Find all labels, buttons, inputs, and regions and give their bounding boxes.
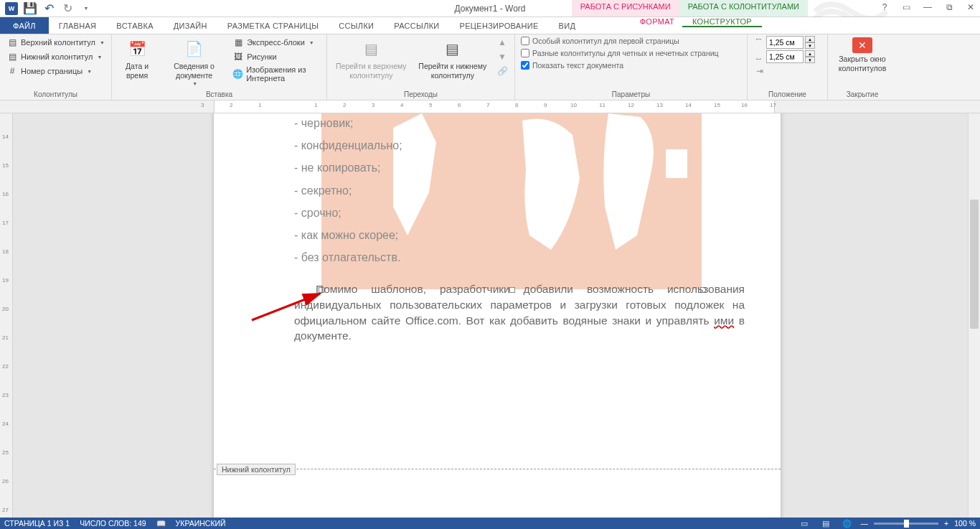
- tab-mailings[interactable]: РАССЫЛКИ: [384, 17, 449, 34]
- group-label-position: Положение: [748, 90, 827, 98]
- goto-footer-icon: ▤: [441, 37, 464, 60]
- status-bar: СТРАНИЦА 1 ИЗ 1 ЧИСЛО СЛОВ: 149 📖 УКРАИН…: [0, 518, 980, 529]
- footer-from-bottom-spinner[interactable]: ⎵ ▲▼: [752, 50, 815, 63]
- footer-label: Нижний колонтитул: [217, 464, 296, 475]
- group-label-parameters: Параметры: [515, 90, 747, 98]
- pagenum-icon: #: [6, 65, 18, 77]
- header-from-top-spinner[interactable]: ⎴ ▲▼: [752, 36, 815, 49]
- footer-position-icon: ⎵: [752, 51, 765, 62]
- link-previous-button: 🔗: [494, 65, 510, 78]
- group-label-headerfooter: Колонтитулы: [0, 90, 111, 98]
- ribbon-group-close: ✕ Закрыть окно колонтитулов Закрытие: [828, 34, 897, 100]
- datetime-button[interactable]: 📅Дата и время: [116, 36, 158, 81]
- word-icon: W: [3, 1, 20, 16]
- tab-design[interactable]: ДИЗАЙН: [164, 17, 217, 34]
- ribbon-group-navigation: ▤Перейти к верхнему колонтитулу ▤Перейти…: [327, 34, 515, 100]
- pictures-button[interactable]: 🖼Рисунки: [230, 50, 322, 63]
- spinner-down-button[interactable]: ▼: [805, 57, 815, 63]
- page-number-button[interactable]: #Номер страницы▼: [4, 65, 107, 78]
- vertical-scrollbar[interactable]: [968, 113, 980, 518]
- document-text: - черновик; - конфиденциально; - не копи…: [294, 113, 745, 344]
- spinner-up-button[interactable]: ▲: [805, 36, 815, 42]
- zoom-slider[interactable]: [874, 523, 938, 525]
- footer-from-bottom-input[interactable]: [766, 50, 804, 63]
- zoom-out-button[interactable]: —: [861, 519, 869, 528]
- pictures-icon: 🖼: [232, 51, 244, 62]
- page[interactable]: - черновик; - конфиденциально; - не копи…: [214, 113, 781, 518]
- tab-format[interactable]: ФОРМАТ: [630, 17, 684, 26]
- horizontal-ruler[interactable]: 3 2 1 1 2 3 4 5 6 7 8 9 10 11 12 13 14 1…: [0, 100, 980, 113]
- close-icon: ✕: [852, 37, 872, 53]
- view-print-button[interactable]: ▤: [818, 518, 834, 528]
- title-bar: W 💾 ↶ ↻ ▾ Документ1 - Word РАБОТА С РИСУ…: [0, 0, 980, 17]
- docinfo-icon: 📄: [183, 37, 206, 60]
- footer-divider: [214, 469, 781, 469]
- tab-view[interactable]: ВИД: [549, 17, 586, 34]
- align-tab-button[interactable]: ⇥: [752, 65, 815, 78]
- odd-even-checkbox[interactable]: Разные колонтитулы для четных и нечетных…: [519, 48, 720, 58]
- document-title: Документ1 - Word: [454, 4, 525, 14]
- footer-button[interactable]: ▤Нижний колонтитул▼: [4, 50, 107, 63]
- group-label-close: Закрытие: [828, 90, 897, 98]
- maximize-button[interactable]: ⧉: [943, 1, 956, 13]
- prev-section-button: ▲: [494, 36, 510, 49]
- header-button[interactable]: ▤Верхний колонтитул▼: [4, 36, 107, 49]
- ribbon-tabs: ФАЙЛ ГЛАВНАЯ ВСТАВКА ДИЗАЙН РАЗМЕТКА СТР…: [0, 17, 980, 34]
- tab-file[interactable]: ФАЙЛ: [0, 17, 49, 34]
- quick-access-toolbar: W 💾 ↶ ↻ ▾: [0, 1, 95, 16]
- quickparts-icon: ▦: [232, 37, 244, 48]
- onlinepics-icon: 🌐: [232, 68, 243, 80]
- zoom-level[interactable]: 100 %: [954, 519, 976, 528]
- minimize-button[interactable]: —: [921, 1, 934, 13]
- status-page[interactable]: СТРАНИЦА 1 ИЗ 1: [4, 519, 70, 528]
- context-tab-headerfooter: РАБОТА С КОЛОНТИТУЛАМИ: [679, 0, 808, 17]
- redo-button[interactable]: ↻: [59, 1, 76, 16]
- tab-layout[interactable]: РАЗМЕТКА СТРАНИЦЫ: [217, 17, 329, 34]
- tab-insert[interactable]: ВСТАВКА: [106, 17, 163, 34]
- ribbon-group-insert: 📅Дата и время 📄Сведения о документе▼ ▦Эк…: [112, 34, 327, 100]
- goto-header-button: ▤Перейти к верхнему колонтитулу: [331, 36, 411, 81]
- view-read-button[interactable]: ▭: [796, 518, 812, 528]
- ribbon-group-position: ⎴ ▲▼ ⎵ ▲▼ ⇥ Положение: [748, 34, 828, 100]
- tab-home[interactable]: ГЛАВНАЯ: [49, 17, 107, 34]
- close-button[interactable]: ✕: [964, 1, 977, 13]
- align-icon: ⇥: [754, 65, 765, 77]
- undo-button[interactable]: ↶: [40, 1, 57, 16]
- tab-references[interactable]: ССЫЛКИ: [329, 17, 384, 34]
- view-web-button[interactable]: 🌐: [839, 518, 855, 528]
- close-header-footer-button[interactable]: ✕ Закрыть окно колонтитулов: [832, 36, 892, 74]
- context-tabs: РАБОТА С РИСУНКАМИ РАБОТА С КОЛОНТИТУЛАМ…: [572, 0, 808, 17]
- quick-parts-button[interactable]: ▦Экспресс-блоки▼: [230, 36, 322, 49]
- ribbon-display-button[interactable]: ▭: [900, 1, 913, 13]
- save-button[interactable]: 💾: [22, 1, 39, 16]
- header-icon: ▤: [6, 37, 18, 48]
- qat-customize-button[interactable]: ▾: [77, 1, 95, 16]
- online-pictures-button[interactable]: 🌐Изображения из Интернета: [230, 65, 322, 83]
- context-tab-pictures: РАБОТА С РИСУНКАМИ: [572, 0, 679, 17]
- tab-constructor[interactable]: КОНСТРУКТОР: [682, 17, 762, 27]
- header-from-top-input[interactable]: [766, 36, 804, 49]
- first-page-checkbox[interactable]: Особый колонтитул для первой страницы: [519, 36, 720, 46]
- calendar-icon: 📅: [126, 37, 149, 60]
- zoom-in-button[interactable]: +: [944, 519, 948, 528]
- paragraph-text: Помимо шаблонов, разработчики добавили в…: [294, 281, 745, 344]
- ribbon-group-headerfooter: ▤Верхний колонтитул▼ ▤Нижний колонтитул▼…: [0, 34, 112, 100]
- status-word-count[interactable]: ЧИСЛО СЛОВ: 149: [80, 519, 146, 528]
- ribbon-group-parameters: Особый колонтитул для первой страницы Ра…: [515, 34, 748, 100]
- tab-review[interactable]: РЕЦЕНЗИРОВАНИЕ: [450, 17, 549, 34]
- scrollbar-thumb[interactable]: [970, 200, 979, 329]
- vertical-ruler[interactable]: 14 15 16 17 18 19 20 21 22 23 24 25 26 2…: [0, 113, 13, 518]
- status-language[interactable]: УКРАИНСКИЙ: [176, 519, 226, 528]
- spinner-down-button[interactable]: ▼: [805, 42, 815, 49]
- next-section-button: ▼: [494, 50, 510, 63]
- footer-icon: ▤: [6, 51, 18, 62]
- goto-footer-button[interactable]: ▤Перейти к нижнему колонтитулу: [414, 36, 491, 81]
- document-area[interactable]: - черновик; - конфиденциально; - не копи…: [13, 113, 980, 518]
- ribbon: ▤Верхний колонтитул▼ ▤Нижний колонтитул▼…: [0, 34, 980, 100]
- group-label-navigation: Переходы: [327, 90, 514, 98]
- document-info-button[interactable]: 📄Сведения о документе▼: [161, 36, 227, 88]
- group-label-insert: Вставка: [112, 90, 326, 98]
- status-spell-icon[interactable]: 📖: [156, 519, 166, 528]
- show-doc-text-checkbox[interactable]: Показать текст документа: [519, 60, 720, 70]
- spinner-up-button[interactable]: ▲: [805, 50, 815, 57]
